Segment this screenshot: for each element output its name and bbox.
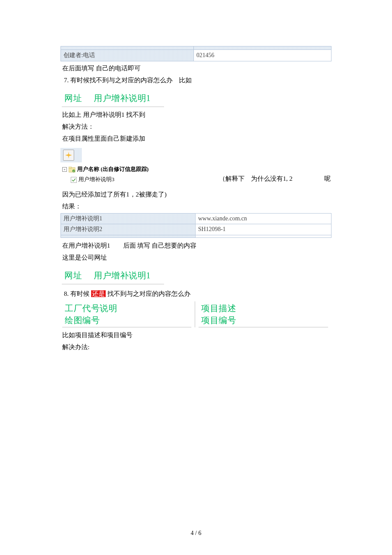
section-8-heading: 8. 有时候 还是 找不到与之对应的内容怎么办 xyxy=(61,289,331,299)
section-7-heading: 7. 有时候找不到与之对应的内容怎么办 比如 xyxy=(61,75,331,85)
field-label-url-b: 网址 xyxy=(64,269,82,282)
table-row-phone: 创建者:电话 021456 xyxy=(61,49,331,61)
field-col-left: 工厂代号说明 绘图编号 xyxy=(62,301,191,327)
tree-explanation-text: （解释下 为什么没有1, 2 xyxy=(219,165,293,184)
result-cell-supp1-value: www.xiande.com.cn xyxy=(196,214,331,224)
paragraph-fill-supp1: 在用户增补说明1 后面 填写 自己想要的内容 xyxy=(61,240,331,251)
tree-view: + 用户名称 (出自修订信息跟踪) 用户增补说明3 （解释下 为什 xyxy=(61,165,331,184)
field-group-url-supp1-b: 网址 用户增补说明1 xyxy=(62,267,164,284)
paragraph-fill-phone: 在后面填写 自己的电话即可 xyxy=(61,63,331,73)
paragraph-example-notfound: 比如上 用户增补说明1 找不到 xyxy=(61,110,331,120)
tree-child-label: 用户增补说明3 xyxy=(78,175,115,184)
field-col-right: 项目描述 项目编号 xyxy=(199,301,328,327)
tree-node-label: 用户名称 (出自修订信息跟踪) xyxy=(77,165,149,174)
section-8-highlight: 还是 xyxy=(91,290,106,297)
field-value-user-supp1-b: 用户增补说明1 xyxy=(94,269,151,282)
field-value-user-supp1: 用户增补说明1 xyxy=(94,91,151,105)
paragraph-example-projdesc: 比如项目描述和项目编号 xyxy=(61,330,331,340)
svg-rect-1 xyxy=(69,167,72,168)
sparkle-icon xyxy=(65,152,72,159)
result-row-2: 用户增补说明2 SH12098-1 xyxy=(61,224,331,234)
folder-icon xyxy=(69,167,75,173)
checkbox-icon[interactable] xyxy=(71,177,77,183)
result-table: 用户增补说明1 www.xiande.com.cn 用户增补说明2 SH1209… xyxy=(61,213,331,235)
toolbar-area xyxy=(61,148,82,162)
four-field-group: 工厂代号说明 绘图编号 项目描述 项目编号 xyxy=(62,301,331,327)
section-8-suffix: 找不到与之对应的内容怎么办 xyxy=(106,290,190,297)
field-label-url: 网址 xyxy=(64,91,82,105)
table-cell-creator-phone-value: 021456 xyxy=(194,50,331,61)
paragraph-solution-label-2: 解决办法: xyxy=(61,342,331,352)
section-8-prefix: 8. 有时候 xyxy=(64,290,91,297)
paragraph-already-added: 因为已经添加过了所有1，2被挪走了) xyxy=(61,189,331,199)
field-project-desc: 项目描述 xyxy=(201,302,325,314)
field-group-url-supp1: 网址 用户增补说明1 xyxy=(62,90,164,107)
paragraph-solution-text: 在项目属性里面自己新建添加 xyxy=(61,133,331,144)
result-cell-supp2-value: SH12098-1 xyxy=(196,224,331,234)
page-number: 4 / 6 xyxy=(0,529,392,538)
result-cell-supp2-label: 用户增补说明2 xyxy=(61,224,196,234)
result-cell-supp1-label: 用户增补说明1 xyxy=(61,214,196,224)
tree-explanation-tail: 呢 xyxy=(324,165,331,184)
field-factory-code-desc: 工厂代号说明 xyxy=(65,302,189,314)
field-drawing-number: 绘图编号 xyxy=(65,314,189,326)
tree-node-username[interactable]: + 用户名称 (出自修订信息跟踪) xyxy=(62,165,149,174)
table-cell-creator-phone-label: 创建者:电话 xyxy=(61,50,194,61)
vertical-divider xyxy=(195,301,195,327)
svg-point-2 xyxy=(72,170,75,172)
result-table-bottom-fuzzy xyxy=(61,235,331,238)
field-project-number: 项目编号 xyxy=(201,314,325,326)
expand-icon[interactable]: + xyxy=(62,167,67,172)
result-row-1: 用户增补说明1 www.xiande.com.cn xyxy=(61,214,331,224)
tree-child-supp3[interactable]: 用户增补说明3 xyxy=(71,175,149,184)
paragraph-solution-label: 解决方法： xyxy=(61,121,331,132)
paragraph-result-label: 结果： xyxy=(61,201,331,211)
new-item-button[interactable] xyxy=(63,150,74,161)
paragraph-company-url: 这里是公司网址 xyxy=(61,252,331,263)
table-top-fuzzy-row xyxy=(61,46,331,49)
